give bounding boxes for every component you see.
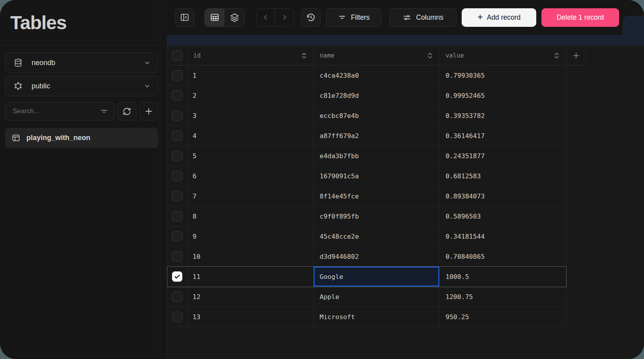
column-header-name[interactable]: name [314, 46, 440, 65]
row-select-cell[interactable] [167, 106, 187, 125]
row-select-cell[interactable] [167, 247, 187, 266]
desktop-background: Tables neondb [0, 0, 644, 359]
select-all-cell[interactable] [167, 46, 187, 65]
cell-value[interactable]: 1000.5 [440, 267, 566, 286]
row-select-cell[interactable] [167, 206, 187, 226]
chevron-down-icon [144, 59, 151, 66]
cell-name[interactable]: Google [314, 267, 440, 286]
column-header-value[interactable]: value [440, 46, 566, 65]
filters-button[interactable]: Filters [326, 8, 382, 27]
cell-name[interactable]: 8f14e45fce [314, 186, 440, 206]
cell-value[interactable]: 0.39353782 [440, 106, 566, 125]
sort-icon [301, 52, 307, 59]
cell-id[interactable]: 13 [187, 307, 314, 327]
cell-name[interactable]: Apple [314, 287, 440, 307]
cell-id[interactable]: 11 [187, 267, 314, 286]
cell-value[interactable]: 0.34181544 [440, 226, 566, 246]
row-checkbox[interactable] [172, 191, 182, 201]
database-selector[interactable]: neondb [5, 52, 158, 73]
columns-button[interactable]: Columns [389, 8, 457, 27]
row-select-cell[interactable] [167, 267, 187, 286]
cell-id[interactable]: 9 [187, 226, 314, 246]
main-panel: Filters Columns + Add record Delete 1 re… [161, 0, 644, 359]
grid-view-button[interactable] [205, 9, 225, 26]
cell-id[interactable]: 5 [187, 146, 314, 166]
page-title: Tables [10, 12, 160, 34]
select-all-checkbox[interactable] [172, 50, 182, 61]
cell-id[interactable]: 7 [187, 186, 314, 206]
prev-page-button[interactable] [256, 9, 275, 26]
cell-value[interactable]: 0.89384073 [440, 186, 566, 206]
toggle-sidebar-button[interactable] [175, 8, 194, 27]
row-checkbox[interactable] [172, 131, 182, 141]
sidebar-item-playing-with-neon[interactable]: playing_with_neon [5, 128, 158, 148]
row-select-cell[interactable] [167, 126, 187, 146]
cell-name[interactable]: eccbc87e4b [314, 106, 440, 125]
cell-name[interactable]: c4ca4238a0 [314, 65, 440, 85]
columns-button-label: Columns [416, 13, 443, 22]
delete-record-button[interactable]: Delete 1 record [541, 8, 619, 27]
cell-name[interactable]: d3d9446802 [314, 247, 440, 266]
cell-value[interactable]: 0.99952465 [440, 86, 566, 105]
cell-value[interactable]: 950.25 [440, 307, 566, 327]
row-select-cell[interactable] [167, 287, 187, 307]
cell-value[interactable]: 1200.75 [440, 287, 566, 307]
cell-value[interactable]: 0.6812583 [440, 166, 566, 186]
cell-name[interactable]: c9f0f895fb [314, 206, 440, 226]
row-checkbox[interactable] [172, 110, 182, 121]
cell-value[interactable]: 0.24351877 [440, 146, 566, 166]
row-checkbox[interactable] [172, 292, 182, 302]
cell-id[interactable]: 12 [187, 287, 314, 307]
column-header-id[interactable]: id [187, 46, 314, 65]
row-select-cell[interactable] [167, 65, 187, 85]
refresh-button[interactable] [117, 102, 137, 121]
row-checkbox[interactable] [172, 90, 182, 101]
cell-value[interactable]: 0.70840865 [440, 247, 566, 266]
cell-name[interactable]: 45c48cce2e [314, 226, 440, 246]
refresh-icon [122, 107, 131, 116]
cell-value[interactable]: 0.36146417 [440, 126, 566, 146]
row-select-cell[interactable] [167, 226, 187, 246]
next-page-button[interactable] [275, 9, 294, 26]
table-row: 13Microsoft950.25 [167, 307, 566, 327]
table-search[interactable] [5, 102, 114, 121]
row-checkbox[interactable] [172, 251, 182, 262]
history-button[interactable] [301, 8, 320, 27]
row-select-cell[interactable] [167, 307, 187, 327]
cell-id[interactable]: 10 [187, 247, 314, 266]
table-row: 4a87ff679a20.36146417 [167, 126, 566, 146]
schema-selector[interactable]: public [5, 76, 158, 96]
row-checkbox[interactable] [172, 70, 182, 80]
cell-id[interactable]: 1 [187, 65, 314, 85]
cell-name[interactable]: 1679091c5a [314, 166, 440, 186]
cell-name[interactable]: c81e728d9d [314, 86, 440, 105]
add-record-button[interactable]: + Add record [462, 8, 536, 27]
row-select-cell[interactable] [167, 166, 187, 186]
row-checkbox[interactable] [172, 151, 182, 161]
row-checkbox[interactable] [172, 271, 182, 282]
row-checkbox[interactable] [172, 312, 182, 322]
database-icon [13, 58, 23, 67]
cell-id[interactable]: 6 [187, 166, 314, 186]
layers-view-button[interactable] [225, 9, 244, 26]
cell-name[interactable]: e4da3b7fbb [314, 146, 440, 166]
cell-value[interactable]: 0.5896503 [440, 206, 566, 226]
add-table-button[interactable] [139, 102, 159, 121]
row-checkbox[interactable] [172, 211, 182, 221]
cell-id[interactable]: 8 [187, 206, 314, 226]
table-row: 1c4ca4238a00.79930365 [167, 65, 566, 86]
row-checkbox[interactable] [172, 231, 182, 241]
cell-name[interactable]: a87ff679a2 [314, 126, 440, 146]
table-item-label: playing_with_neon [26, 134, 90, 142]
row-select-cell[interactable] [167, 86, 187, 105]
cell-name[interactable]: Microsoft [314, 307, 440, 327]
cell-value[interactable]: 0.79930365 [440, 65, 566, 85]
cell-id[interactable]: 3 [187, 106, 314, 125]
add-column-button[interactable] [566, 46, 586, 65]
cell-id[interactable]: 4 [187, 126, 314, 146]
row-select-cell[interactable] [167, 146, 187, 166]
search-input[interactable] [13, 107, 100, 115]
row-select-cell[interactable] [167, 186, 187, 206]
row-checkbox[interactable] [172, 171, 182, 181]
cell-id[interactable]: 2 [187, 86, 314, 105]
